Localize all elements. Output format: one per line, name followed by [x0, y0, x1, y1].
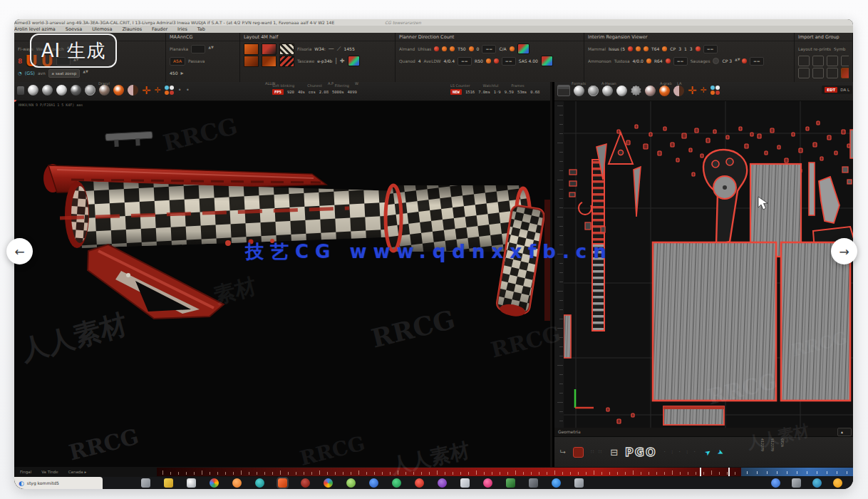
wireframe-sphere-icon[interactable] — [588, 86, 599, 96]
panel-thumb[interactable] — [244, 43, 259, 55]
panel-sq[interactable] — [827, 68, 838, 78]
viewport-3d[interactable]: ✛✛• • DrasylALLINA.PW Soft blinkingChune… — [14, 82, 550, 467]
taskbar-app-icon[interactable] — [483, 478, 492, 488]
menu-item[interactable]: Zlaunios — [122, 26, 142, 32]
panel-dot[interactable] — [442, 46, 447, 51]
display-cluster-icon[interactable] — [711, 86, 720, 96]
panel-chip[interactable]: == — [703, 45, 718, 53]
viewport-uv[interactable]: ✛✛ FormatsA-HasanA-grabLA EDT DA L anned… — [552, 82, 853, 467]
taskbar-app-icon[interactable] — [255, 478, 264, 488]
panel-rdot[interactable] — [742, 58, 747, 63]
model-canvas[interactable] — [14, 100, 550, 467]
panel-chip[interactable]: == — [673, 57, 688, 66]
panel-dot[interactable] — [510, 46, 515, 51]
panel-cicon[interactable] — [517, 43, 529, 54]
panel-rdot[interactable] — [666, 58, 671, 63]
flat-shade-icon[interactable] — [17, 86, 24, 95]
pivot-cross-icon[interactable]: ✛ — [142, 86, 151, 96]
half-sphere-icon[interactable] — [673, 86, 684, 96]
timeline-red-track[interactable] — [157, 468, 741, 476]
taskbar-app-icon[interactable] — [771, 478, 780, 488]
taskbar-app-icon[interactable] — [346, 478, 356, 488]
panel-cicon[interactable] — [348, 56, 360, 66]
menu-item[interactable]: Ulemosa — [92, 26, 112, 32]
taskbar-app-icon[interactable] — [392, 478, 401, 488]
panel-thumb[interactable] — [262, 43, 277, 55]
uv-canvas[interactable] — [564, 101, 853, 428]
panel-thumb[interactable] — [244, 56, 259, 67]
panel-thumb[interactable] — [262, 56, 277, 67]
panel-thumb[interactable] — [279, 43, 294, 55]
material-sphere-icon[interactable] — [28, 85, 38, 96]
panel-chip[interactable] — [191, 45, 205, 53]
taskbar-app-icon[interactable] — [324, 478, 333, 488]
panel-dot[interactable] — [486, 58, 491, 63]
layers-icon[interactable] — [557, 85, 570, 96]
panel-dot[interactable] — [450, 46, 455, 51]
panel-dot[interactable] — [646, 58, 651, 63]
panel-sq[interactable] — [812, 68, 824, 78]
menu-item[interactable]: Soevsa — [66, 26, 82, 32]
panel-spin[interactable]: ▲▼ — [208, 45, 212, 53]
material-sphere-icon[interactable] — [645, 86, 656, 96]
panel-sq[interactable] — [798, 56, 810, 66]
material-sphere-icon[interactable] — [602, 86, 613, 96]
taskbar-app-icon[interactable] — [164, 478, 173, 488]
material-sphere-icon[interactable] — [71, 85, 81, 96]
pivot-cross-small-icon[interactable]: ✛ — [155, 86, 161, 96]
panel-btn[interactable]: a saat zoesp — [48, 69, 81, 78]
prev-button[interactable]: ← — [6, 238, 33, 264]
taskbar-app-icon[interactable] — [210, 478, 219, 488]
gear-icon[interactable] — [631, 86, 641, 96]
taskbar-app-icon[interactable] — [278, 478, 287, 488]
material-sphere-icon[interactable] — [616, 86, 627, 96]
panel-chip[interactable]: == — [458, 57, 472, 66]
playhead-marker[interactable] — [700, 468, 701, 476]
panel-dot[interactable] — [636, 46, 641, 51]
playhead-marker[interactable] — [728, 468, 730, 476]
taskbar-app-icon[interactable] — [369, 478, 378, 488]
panel-rdot[interactable] — [434, 46, 439, 51]
panel-ddot[interactable] — [713, 58, 719, 64]
panel-dot[interactable] — [662, 46, 667, 51]
menu-item[interactable]: Tab — [197, 26, 205, 32]
weather-widget[interactable]: ◐ styg kommitd5 — [14, 477, 103, 489]
taskbar-app-icon[interactable] — [141, 478, 150, 488]
taskbar-app-icon[interactable] — [438, 478, 447, 488]
taskbar-app-icon[interactable] — [187, 478, 196, 488]
panel-rdot[interactable] — [696, 46, 701, 51]
taskbar-app-icon[interactable] — [552, 478, 561, 488]
red-swatch-icon[interactable] — [573, 447, 584, 458]
timeline-label[interactable]: Canada ▸ — [68, 470, 86, 474]
branch-arrow-icon[interactable]: ⮡ — [560, 448, 566, 456]
panel-rdot[interactable] — [494, 58, 499, 63]
panel-dot[interactable] — [644, 46, 649, 51]
material-sphere-icon[interactable] — [42, 85, 53, 96]
taskbar-app-icon[interactable] — [301, 478, 310, 488]
panel-spin[interactable]: ▲▼ — [735, 57, 739, 66]
orange-sphere-icon[interactable] — [113, 85, 124, 96]
taskbar-app-icon[interactable] — [792, 478, 801, 488]
panel-sq[interactable] — [812, 56, 824, 66]
panel-osq[interactable] — [841, 68, 849, 78]
edit-chip[interactable]: EDT — [825, 87, 837, 93]
taskbar-app-icon[interactable] — [460, 478, 470, 488]
panel-sq[interactable] — [841, 56, 849, 66]
pivot-cross-small-icon[interactable]: ✛ — [701, 86, 707, 96]
orange-sphere-icon[interactable] — [659, 86, 670, 96]
menu-item[interactable]: Arolin level azima — [14, 26, 56, 32]
panel-rdot[interactable] — [628, 46, 633, 51]
next-button[interactable]: → — [831, 238, 857, 264]
display-cluster-icon[interactable] — [165, 86, 175, 96]
panel-dot[interactable] — [469, 46, 474, 51]
panel-sq[interactable] — [798, 68, 810, 78]
more-dots-icon[interactable]: • • — [178, 87, 191, 93]
panel-chip[interactable]: == — [750, 57, 764, 66]
pivot-cross-icon[interactable]: ✛ — [688, 86, 697, 96]
wireframe-sphere-icon[interactable] — [85, 85, 95, 96]
taskbar-app-icon[interactable] — [574, 478, 584, 488]
panel-chip[interactable]: == — [482, 45, 496, 53]
panel-cicon[interactable] — [541, 56, 553, 66]
timeline-strip[interactable]: FingalVa TindeCanada ▸ — [14, 467, 853, 477]
material-sphere-icon[interactable] — [574, 86, 584, 96]
